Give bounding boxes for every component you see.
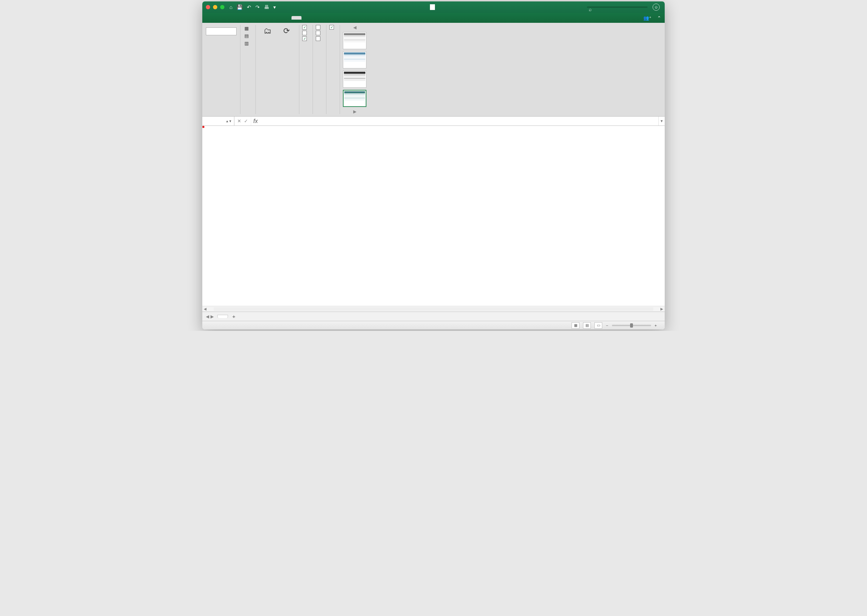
titlebar: ⌂ 💾 ↶ ↷ 🖶 ▾ ☺ — [202, 2, 665, 13]
first-col-check[interactable] — [316, 25, 323, 30]
torange-icon: ▥ — [243, 40, 250, 46]
sheet-tabs: ◀ ▶ + — [202, 311, 665, 321]
table-styles: ◀ ▶ — [343, 25, 370, 114]
print-icon[interactable]: 🖶 — [264, 4, 269, 10]
zoom-in-icon[interactable]: + — [655, 323, 657, 328]
table-style-4[interactable] — [343, 90, 366, 107]
view-layout-icon[interactable]: ▤ — [583, 322, 591, 329]
view-break-icon[interactable]: ▭ — [594, 322, 602, 329]
window-close[interactable] — [206, 5, 210, 9]
quick-access-toolbar: ⌂ 💾 ↶ ↷ 🖶 ▾ — [229, 4, 276, 10]
status-bar: ▦ ▤ ▭ − + — [202, 321, 665, 329]
refresh-icon: ⟳ — [281, 25, 293, 37]
ribbon-tabs: 👥⁺ ⌃ — [202, 13, 665, 23]
sheet-tab-1[interactable] — [217, 315, 228, 318]
total-row-check[interactable] — [302, 31, 309, 35]
horizontal-scrollbar[interactable]: ◀ ▶ — [202, 306, 665, 311]
tab-home[interactable] — [206, 16, 216, 20]
pivot-icon: ▦ — [243, 25, 250, 31]
fx-icon[interactable]: fx — [251, 118, 260, 124]
qat-more-icon[interactable]: ▾ — [273, 4, 276, 10]
table-style-3[interactable] — [343, 71, 366, 88]
slicer-button[interactable]: 🗂 — [259, 25, 276, 114]
window-maximize[interactable] — [220, 5, 224, 9]
add-sheet-button[interactable]: + — [228, 313, 240, 319]
dedup-icon: ▤ — [243, 33, 250, 39]
banded-rows-check[interactable] — [302, 36, 309, 41]
collapse-ribbon-icon[interactable]: ⌃ — [657, 15, 661, 21]
tab-review[interactable] — [270, 16, 280, 20]
table-style-2[interactable] — [343, 51, 366, 68]
filter-btn-check[interactable] — [329, 25, 336, 30]
styles-prev-icon[interactable]: ◀ — [353, 25, 356, 30]
annotation-box — [202, 126, 205, 128]
pivot-button[interactable]: ▦ — [243, 25, 252, 31]
share-button[interactable]: 👥⁺ — [643, 15, 654, 21]
expand-formula-icon[interactable]: ▼ — [658, 116, 665, 126]
refresh-button[interactable]: ⟳ — [277, 25, 295, 114]
styles-next-icon[interactable]: ▶ — [353, 109, 356, 114]
zoom-out-icon[interactable]: − — [606, 323, 608, 328]
banded-cols-check[interactable] — [316, 36, 323, 41]
sheet-next-icon[interactable]: ▶ — [211, 314, 214, 319]
tab-table[interactable] — [292, 16, 301, 20]
last-col-check[interactable] — [316, 31, 323, 35]
namebox-dropdown-icon[interactable]: ▲▼ — [225, 119, 232, 123]
zoom-slider[interactable] — [612, 325, 651, 326]
name-box[interactable]: ▲▼ — [202, 116, 235, 126]
share-icon: 👥⁺ — [643, 15, 651, 21]
tab-formulas[interactable] — [249, 16, 259, 20]
accept-formula-icon[interactable]: ✓ — [244, 118, 248, 124]
tab-layout[interactable] — [238, 16, 248, 20]
header-row-check[interactable] — [302, 25, 309, 30]
redo-icon[interactable]: ↷ — [255, 4, 260, 10]
view-normal-icon[interactable]: ▦ — [572, 322, 579, 329]
scroll-right-icon[interactable]: ▶ — [659, 307, 665, 311]
tablename-input[interactable] — [206, 27, 236, 35]
search-input[interactable] — [587, 6, 648, 8]
undo-icon[interactable]: ↶ — [247, 4, 251, 10]
ribbon: ▦ ▤ ▥ 🗂 ⟳ ◀ — [202, 23, 665, 116]
tab-draw[interactable] — [227, 16, 237, 20]
tab-insert[interactable] — [217, 16, 227, 20]
scroll-left-icon[interactable]: ◀ — [202, 307, 208, 311]
document-icon — [430, 4, 435, 10]
slicer-icon: 🗂 — [262, 25, 274, 37]
window-minimize[interactable] — [213, 5, 217, 9]
table-style-1[interactable] — [343, 32, 366, 49]
torange-button[interactable]: ▥ — [243, 40, 252, 46]
tab-view[interactable] — [281, 16, 291, 20]
tab-data[interactable] — [259, 16, 270, 20]
save-icon[interactable]: 💾 — [236, 4, 243, 10]
dedup-button[interactable]: ▤ — [243, 33, 252, 39]
feedback-icon[interactable]: ☺ — [653, 3, 660, 11]
home-icon[interactable]: ⌂ — [229, 4, 232, 10]
cancel-formula-icon[interactable]: ✕ — [237, 118, 241, 124]
formula-bar: ▲▼ ✕ ✓ fx ▼ — [202, 116, 665, 126]
sheet-prev-icon[interactable]: ◀ — [206, 314, 209, 319]
